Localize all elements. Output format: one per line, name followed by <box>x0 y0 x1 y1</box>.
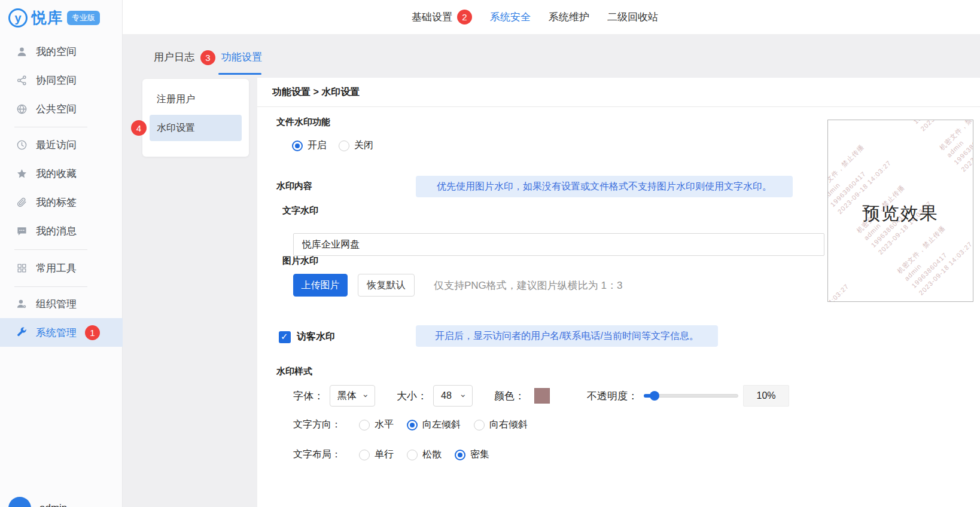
font-label: 字体： <box>293 389 324 403</box>
tab-user-logs[interactable]: 用户日志 <box>154 50 194 65</box>
watermark-content-label: 水印内容 <box>276 181 312 192</box>
radio-layout-dense[interactable]: 密集 <box>455 448 489 461</box>
size-select[interactable]: 48 <box>433 385 473 407</box>
top-nav-label: 二级回收站 <box>607 10 658 24</box>
size-select-value: 48 <box>441 390 452 401</box>
subnav-item-registered-users[interactable]: 注册用户 <box>150 86 242 112</box>
panel-divider <box>257 106 980 107</box>
font-select[interactable]: 黑体 <box>330 385 375 407</box>
checkbox-checked-icon[interactable] <box>279 331 291 343</box>
radio-direction-tilt-right[interactable]: 向右倾斜 <box>474 419 528 431</box>
watermark-style-row: 字体： 黑体 大小： 48 颜色： 不透明度： 10% <box>293 384 789 407</box>
sidebar-item-public-space[interactable]: 公共空间 <box>0 96 123 122</box>
file-watermark-section-label: 文件水印功能 <box>276 117 330 128</box>
sidebar-item-messages[interactable]: 我的消息 <box>0 218 123 244</box>
app-root: 基础设置 2 系统安全 系统维护 二级回收站 y 悦库 专业版 我的 <box>0 0 980 507</box>
top-nav-label: 基础设置 <box>412 10 452 24</box>
brand-logo-icon: y <box>8 8 28 28</box>
upload-image-button[interactable]: 上传图片 <box>293 274 348 297</box>
radio-dot <box>339 141 349 151</box>
watermark-style-label: 水印样式 <box>276 366 312 377</box>
radio-dot <box>455 450 465 460</box>
sidebar-item-tools[interactable]: 常用工具 <box>0 255 123 281</box>
text-watermark-input[interactable] <box>293 233 824 256</box>
breadcrumb: 功能设置 > 水印设置 <box>272 86 360 99</box>
radio-dot <box>407 450 418 460</box>
size-label: 大小： <box>397 389 427 403</box>
opacity-slider[interactable] <box>644 391 738 401</box>
top-header: 基础设置 2 系统安全 系统维护 二级回收站 <box>123 0 980 34</box>
radio-layout-single-line[interactable]: 单行 <box>359 448 394 461</box>
step-badge-4: 4 <box>131 120 147 136</box>
grid-apps-icon <box>16 262 28 274</box>
radio-label: 开启 <box>308 139 327 152</box>
sidebar-item-label: 公共空间 <box>36 102 77 116</box>
watermark-preview-box: 机密文件，禁止传播 admin 19963860417 2023-09-18 1… <box>827 120 973 302</box>
top-nav-recycle-bin[interactable]: 二级回收站 <box>607 10 658 24</box>
sidebar-item-system-management[interactable]: 系统管理 1 <box>0 318 123 347</box>
text-watermark-label: 文字水印 <box>282 205 318 216</box>
step-badge-1: 1 <box>85 325 100 340</box>
sidebar-item-label: 我的标签 <box>36 196 77 209</box>
star-icon <box>16 167 28 179</box>
edition-badge: 专业版 <box>67 11 100 25</box>
slider-thumb[interactable] <box>650 391 659 401</box>
sidebar-item-favorites[interactable]: 我的收藏 <box>0 160 123 187</box>
banner-text: 优先使用图片水印，如果没有设置或文件格式不支持图片水印则使用文字水印。 <box>437 181 772 193</box>
step-badge-3: 3 <box>200 50 215 65</box>
radio-dot <box>359 420 370 430</box>
globe-icon <box>16 103 28 115</box>
top-nav-label: 系统维护 <box>549 10 589 24</box>
radio-label: 关闭 <box>354 139 373 152</box>
radio-direction-tilt-left[interactable]: 向左倾斜 <box>407 419 461 431</box>
radio-dot <box>359 450 370 460</box>
radio-layout-loose[interactable]: 松散 <box>407 448 442 461</box>
tab-function-settings[interactable]: 功能设置 <box>221 50 262 65</box>
radio-label: 密集 <box>470 448 489 461</box>
sidebar-item-my-space[interactable]: 我的空间 <box>0 38 123 65</box>
subnav-item-watermark-settings[interactable]: 水印设置 <box>150 115 242 141</box>
text-direction-row: 文字方向： 水平 向左倾斜 向右倾斜 <box>293 419 528 431</box>
radio-watermark-off[interactable]: 关闭 <box>339 139 373 152</box>
brand-logo[interactable]: y 悦库 专业版 <box>8 8 100 28</box>
top-nav: 基础设置 2 系统安全 系统维护 二级回收站 <box>412 0 658 34</box>
top-nav-system-security[interactable]: 系统安全 <box>490 10 531 24</box>
radio-direction-horizontal[interactable]: 水平 <box>359 419 394 431</box>
image-format-hint: 仅支持PNG格式，建议图片纵横比为 1：3 <box>434 279 622 292</box>
sidebar-item-tags[interactable]: 我的标签 <box>0 189 123 215</box>
paperclip-icon <box>16 196 28 208</box>
restore-default-button[interactable]: 恢复默认 <box>358 274 415 297</box>
file-watermark-radio-group: 开启 关闭 <box>292 139 373 152</box>
top-nav-basic-settings[interactable]: 基础设置 2 <box>412 10 472 25</box>
radio-dot <box>407 420 418 430</box>
preview-title: 预览效果 <box>828 201 973 226</box>
active-tab-underline <box>218 73 261 75</box>
top-nav-system-maintenance[interactable]: 系统维护 <box>549 10 589 24</box>
radio-watermark-on[interactable]: 开启 <box>292 139 327 152</box>
sidebar: y 悦库 专业版 我的空间 协同空间 公共空间 <box>0 0 123 507</box>
sidebar-item-collab-space[interactable]: 协同空间 <box>0 67 123 93</box>
user-icon <box>16 45 28 57</box>
sidebar-item-label: 常用工具 <box>36 261 77 275</box>
sidebar-item-label: 系统管理 <box>36 326 77 340</box>
text-layout-row: 文字布局： 单行 松散 密集 <box>293 448 489 461</box>
sidebar-item-org-management[interactable]: 组织管理 <box>0 291 123 317</box>
radio-label: 单行 <box>375 448 394 461</box>
watermark-sample-block: 机密文件，禁止传播 admin 19963860417 2023-09-18 1… <box>827 248 863 302</box>
visitor-watermark-label: 访客水印 <box>297 331 335 343</box>
opacity-label: 不透明度： <box>587 389 638 403</box>
watermark-content-banner: 优先使用图片水印，如果没有设置或文件格式不支持图片水印则使用文字水印。 <box>416 176 793 197</box>
avatar <box>8 497 31 507</box>
sidebar-user[interactable]: admin <box>8 497 67 507</box>
radio-label: 水平 <box>375 419 394 431</box>
visitor-watermark-checkbox-row[interactable]: 访客水印 <box>279 331 335 343</box>
collaboration-icon <box>16 74 28 86</box>
radio-dot <box>474 420 485 430</box>
sidebar-item-label: 我的消息 <box>36 224 77 238</box>
tab-label: 功能设置 <box>221 51 262 63</box>
sidebar-item-recent[interactable]: 最近访问 <box>0 132 123 158</box>
watermark-sample-block: 机密文件，禁止传播 admin 19963860417 2023-09-18 1… <box>938 120 973 174</box>
color-swatch[interactable] <box>534 388 550 404</box>
image-watermark-label: 图片水印 <box>282 255 318 267</box>
radio-label: 松散 <box>422 448 442 461</box>
